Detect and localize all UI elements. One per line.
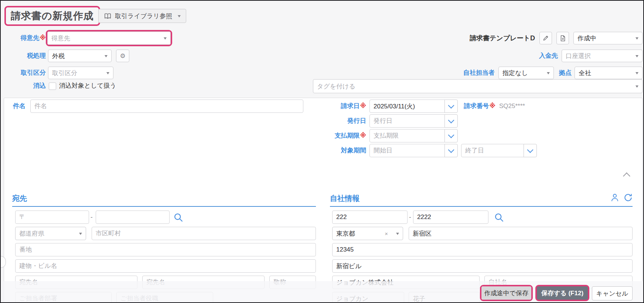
period-end-input[interactable] [461, 144, 524, 157]
document-icon [560, 35, 566, 41]
gear-icon: ⚙ [120, 52, 125, 60]
billing-date-input[interactable] [369, 100, 445, 113]
person-icon[interactable] [610, 193, 620, 202]
reconcile-checkbox[interactable] [49, 83, 56, 90]
save-highlight-ring: 保存する (F12) [535, 285, 589, 301]
reconcile-label: 消込 [1, 80, 46, 92]
caret-down-icon [636, 85, 638, 88]
recipient-postal-code2-input[interactable] [96, 211, 170, 224]
edit-template-button[interactable] [539, 32, 552, 44]
chevron-up-icon [623, 172, 630, 180]
chevron-down-icon [448, 147, 454, 153]
tax-label: 税処理 [1, 50, 46, 62]
postal-separator: - [409, 211, 411, 224]
company-street-input[interactable] [332, 243, 633, 256]
caret-down-icon [105, 55, 108, 57]
invoice-number-label: 請求番号※ [436, 100, 495, 113]
library-button[interactable]: 取引ライブラリ参照 [98, 9, 186, 23]
status-select[interactable]: 作成中 [573, 32, 643, 44]
caret-down-icon [164, 37, 167, 40]
subject-label: 件名 [4, 100, 25, 113]
refresh-icon[interactable] [623, 193, 633, 202]
invoice-create-screen: 請求書の新規作成 取引ライブラリ参照 得意先※ 得意先 税処理 外税 ⚙ 取引区… [0, 0, 644, 303]
caret-down-icon [178, 15, 181, 17]
postal-separator: - [91, 211, 93, 224]
title-highlight-ring: 請求書の新規作成 [4, 6, 100, 26]
due-date-picker-button[interactable] [444, 129, 458, 142]
chevron-down-icon [527, 147, 534, 153]
recipient-postal-code-input[interactable] [15, 211, 89, 224]
caret-down-icon [396, 233, 399, 235]
company-section-title: 自社情報 [330, 193, 360, 203]
tax-settings-button[interactable]: ⚙ [116, 50, 129, 62]
company-prefecture-select[interactable]: 東京都 × [332, 227, 403, 240]
period-start-input[interactable] [369, 144, 445, 157]
due-date-label: 支払期限※ [307, 129, 366, 142]
caret-down-icon [106, 72, 109, 74]
company-building-input[interactable] [332, 259, 633, 273]
deposit-account-select[interactable]: 口座選択 [562, 50, 643, 62]
category-label: 取引区分 [1, 67, 46, 79]
caret-down-icon [636, 37, 638, 40]
branch-label: 拠点 [556, 67, 572, 79]
subject-input[interactable] [30, 100, 303, 113]
customer-label: 得意先※ [1, 32, 46, 44]
billing-date-label: 請求日※ [307, 100, 366, 113]
recipient-section-underline [12, 206, 316, 207]
due-date-input[interactable] [369, 129, 445, 142]
caret-down-icon [79, 233, 82, 235]
category-select[interactable]: 取引区分 [48, 67, 113, 79]
caret-down-icon [636, 72, 638, 74]
company-postal-code2-input[interactable] [413, 211, 488, 224]
period-start-picker-button[interactable] [444, 144, 458, 157]
deposit-account-label: 入金先 [517, 50, 558, 62]
book-icon [104, 13, 112, 19]
tax-select[interactable]: 外税 [48, 50, 112, 62]
period-label: 対象期間 [307, 144, 366, 157]
recipient-street-input[interactable] [15, 243, 316, 256]
company-section-underline [330, 206, 633, 207]
library-button-label: 取引ライブラリ参照 [115, 12, 172, 20]
issue-date-label: 発行日 [307, 114, 366, 128]
company-rep-label: 自社担当者 [453, 67, 495, 79]
save-draft-highlight-ring: 作成途中で保存 [480, 285, 533, 301]
cancel-button[interactable]: キャンセル [592, 286, 633, 300]
period-end-picker-button[interactable] [524, 144, 537, 157]
company-address-search-icon[interactable] [494, 212, 504, 223]
invoice-template-name: 請求書テンプレートD [426, 32, 535, 44]
invoice-form-panel: 件名 請求日※ 請求番号※ SQ25**** 発行日 支払期限※ 対象期間 [4, 98, 643, 303]
save-draft-button[interactable]: 作成途中で保存 [481, 286, 531, 300]
issue-date-picker-button[interactable] [444, 114, 458, 128]
save-button[interactable]: 保存する (F12) [537, 286, 588, 300]
page-title: 請求書の新規作成 [11, 9, 94, 23]
recipient-prefecture-select[interactable]: 都道府県 [15, 227, 86, 240]
clear-icon[interactable]: × [385, 230, 388, 237]
recipient-address-search-icon[interactable] [173, 212, 184, 223]
company-rep-select[interactable]: 指定なし [498, 67, 554, 79]
collapse-section-button[interactable] [621, 171, 632, 179]
caret-down-icon [547, 72, 550, 74]
reconcile-checkbox-label: 消込対象として扱う [59, 80, 116, 92]
recipient-section-title: 宛先 [12, 193, 27, 203]
company-postal-code-input[interactable] [332, 211, 408, 224]
document-icon-button[interactable] [556, 32, 569, 44]
recipient-building-input[interactable] [15, 259, 316, 273]
caret-down-icon [636, 55, 638, 57]
recipient-city-input[interactable] [92, 227, 316, 240]
company-city-input[interactable] [409, 227, 633, 240]
chevron-down-icon [448, 132, 454, 138]
customer-select[interactable]: 得意先 [47, 31, 171, 45]
pencil-icon [543, 35, 549, 41]
invoice-number-value: SQ25**** [499, 100, 525, 113]
branch-select[interactable]: 全社 [575, 67, 643, 79]
required-mark: ※ [40, 34, 46, 41]
customer-highlight-ring: 得意先 [46, 30, 172, 46]
issue-date-input[interactable] [369, 114, 445, 128]
tag-input[interactable]: タグを付ける [313, 79, 643, 93]
chevron-down-icon [448, 117, 454, 123]
